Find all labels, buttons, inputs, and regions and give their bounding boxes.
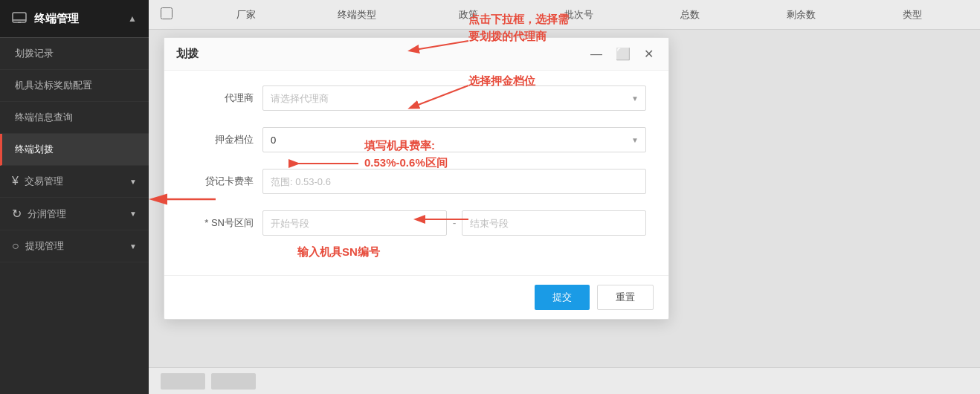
sidebar-item-device-reward-config[interactable]: 机具达标奖励配置 xyxy=(0,70,149,102)
minimize-button[interactable]: — xyxy=(587,46,605,62)
allocation-dialog: 划拨 — ⬜ ✕ 代理商 请选择代理商 xyxy=(164,37,669,320)
agent-row: 代理商 请选择代理商 xyxy=(187,85,646,111)
sidebar-section-transaction[interactable]: ¥ 交易管理 ▼ xyxy=(0,166,149,198)
deposit-select[interactable]: 0 xyxy=(262,127,646,152)
circle-icon: ○ xyxy=(12,239,19,253)
sn-range-label: * SN号区间 xyxy=(187,216,254,230)
maximize-button[interactable]: ⬜ xyxy=(613,45,634,62)
agent-label: 代理商 xyxy=(187,91,254,105)
terminal-management-icon xyxy=(12,10,28,27)
dialog-footer: 提交 重置 xyxy=(164,275,668,319)
sidebar-item-terminal-info-query[interactable]: 终端信息查询 xyxy=(0,102,149,134)
sn-end-input[interactable] xyxy=(462,210,646,236)
sidebar-section-withdrawal[interactable]: ○ 提现管理 ▼ xyxy=(0,230,149,262)
sn-start-input[interactable] xyxy=(262,210,447,236)
chevron-down-icon-2: ▼ xyxy=(129,210,137,218)
sidebar: 终端管理 ▲ 划拨记录 机具达标奖励配置 终端信息查询 终端划拨 ¥ 交易管理 … xyxy=(0,0,149,394)
collapse-icon[interactable]: ▲ xyxy=(128,13,137,24)
deposit-label: 押金档位 xyxy=(187,133,254,146)
dialog-overlay: 划拨 — ⬜ ✕ 代理商 请选择代理商 xyxy=(149,0,980,394)
dialog-title: 划拨 xyxy=(176,47,199,61)
debit-rate-input[interactable] xyxy=(262,169,646,194)
agent-select-wrapper: 请选择代理商 xyxy=(262,85,646,111)
debit-rate-label: 贷记卡费率 xyxy=(187,175,254,188)
chevron-down-icon: ▼ xyxy=(129,178,137,186)
sidebar-section-profit[interactable]: ↻ 分润管理 ▼ xyxy=(0,198,149,230)
dialog-title-bar: 划拨 — ⬜ ✕ xyxy=(164,38,668,71)
reset-button[interactable]: 重置 xyxy=(597,285,654,310)
agent-select[interactable]: 请选择代理商 xyxy=(262,85,646,111)
sidebar-item-allocation-record[interactable]: 划拨记录 xyxy=(0,38,149,70)
dialog-controls: — ⬜ ✕ xyxy=(587,45,657,62)
dialog-body: 代理商 请选择代理商 押金档位 0 xyxy=(164,71,668,275)
sidebar-item-terminal-allocation[interactable]: 终端划拨 xyxy=(0,134,149,166)
refresh-icon: ↻ xyxy=(12,207,22,221)
deposit-row: 押金档位 0 xyxy=(187,127,646,152)
yen-icon: ¥ xyxy=(12,175,19,188)
close-button[interactable]: ✕ xyxy=(641,45,657,62)
sidebar-header: 终端管理 ▲ xyxy=(0,0,149,38)
sn-range-row: * SN号区间 - xyxy=(187,210,646,236)
submit-button[interactable]: 提交 xyxy=(535,285,590,310)
deposit-select-wrapper: 0 xyxy=(262,127,646,152)
sidebar-title: 终端管理 xyxy=(34,12,79,26)
main-content: 厂家 终端类型 政策 批次号 总数 剩余数 类型 划拨 — ⬜ ✕ 代理商 xyxy=(149,0,980,394)
chevron-down-icon-3: ▼ xyxy=(129,242,137,251)
debit-rate-row: 贷记卡费率 xyxy=(187,169,646,194)
svg-rect-0 xyxy=(13,13,26,22)
sn-separator: - xyxy=(453,217,457,229)
sn-range-inputs: - xyxy=(262,210,646,236)
